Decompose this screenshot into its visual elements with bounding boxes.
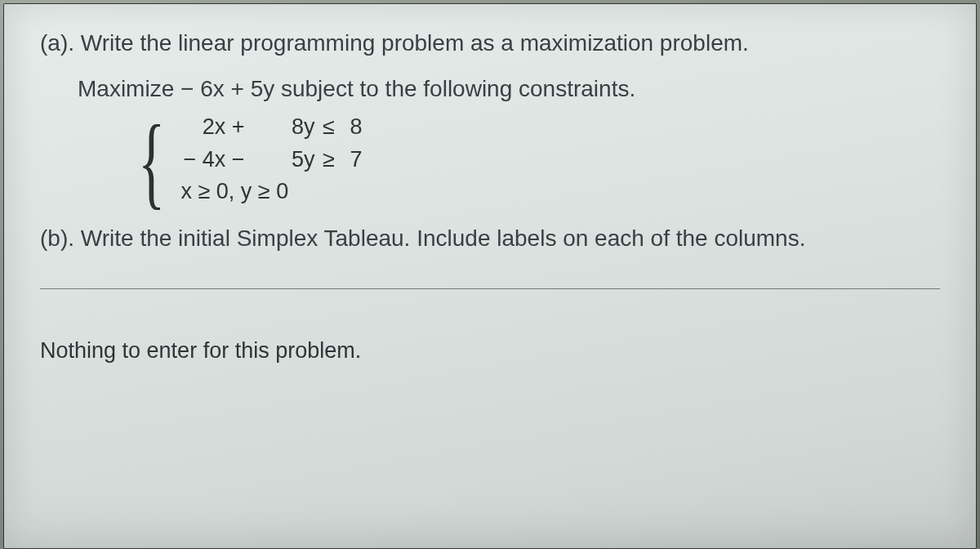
left-brace-icon: { [138, 116, 165, 212]
constraints-block: { 2x + 8y ≤ 8 − 4x − 5y ≥ 7 x ≥ 0, y ≥ 0 [138, 111, 940, 207]
c2-lhs2: 5y [244, 144, 314, 176]
part-a-prompt: (a). Write the linear programming proble… [40, 25, 940, 60]
c2-op: ≥ [314, 144, 342, 176]
c2-lhs1: − 4x − [180, 144, 244, 176]
part-b-prompt: (b). Write the initial Simplex Tableau. … [40, 221, 940, 256]
c1-lhs2: 8y [244, 111, 314, 143]
nonnegativity-row: x ≥ 0, y ≥ 0 [180, 176, 362, 208]
footer-note: Nothing to enter for this problem. [40, 338, 940, 364]
part-a-body: Maximize − 6x + 5y subject to the follow… [78, 72, 940, 207]
c1-rhs: 8 [342, 111, 362, 143]
objective-line: Maximize − 6x + 5y subject to the follow… [78, 72, 940, 106]
divider [40, 288, 940, 289]
problem-page: (a). Write the linear programming proble… [3, 3, 977, 549]
constraint-row-2: − 4x − 5y ≥ 7 [180, 144, 362, 176]
constraints-list: 2x + 8y ≤ 8 − 4x − 5y ≥ 7 x ≥ 0, y ≥ 0 [180, 111, 362, 207]
c2-rhs: 7 [342, 144, 362, 176]
c1-op: ≤ [314, 111, 342, 143]
c1-lhs1: 2x + [180, 111, 244, 143]
constraint-row-1: 2x + 8y ≤ 8 [180, 111, 362, 143]
